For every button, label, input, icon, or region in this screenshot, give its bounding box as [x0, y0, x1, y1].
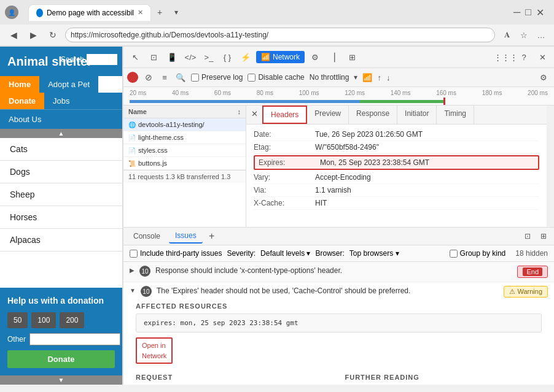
devtools-console-btn[interactable]: >_: [201, 49, 217, 65]
open-in-network-btn[interactable]: Open inNetwork: [136, 337, 173, 364]
header-name-expires: Expires:: [259, 158, 320, 167]
animal-sheep[interactable]: Sheep: [0, 183, 122, 206]
devtools-more-tabs-btn[interactable]: ⚙: [307, 49, 323, 65]
timeline-label-140: 140 ms: [391, 90, 411, 96]
record-btn[interactable]: [127, 72, 138, 83]
donation-submit-btn[interactable]: Donate: [7, 350, 115, 368]
tab-timing[interactable]: Timing: [437, 106, 474, 124]
devtools-close-btn[interactable]: ✕: [534, 49, 550, 65]
tab-initiator[interactable]: Initiator: [397, 106, 437, 124]
devtools-more-btn[interactable]: ⋮⋮⋮: [497, 49, 513, 65]
dock-bottom-btn[interactable]: ⊡: [521, 229, 534, 243]
timeline-label-80: 80 ms: [257, 90, 273, 96]
tab-close-btn[interactable]: ✕: [138, 9, 143, 17]
nav-jobs[interactable]: Jobs: [44, 93, 78, 109]
network-timeline: 20 ms 40 ms 60 ms 80 ms 100 ms 120 ms 14…: [123, 87, 554, 106]
upload-icon[interactable]: ↑: [377, 73, 381, 82]
donation-btn-200[interactable]: 200: [60, 312, 84, 328]
devtools-network-btn[interactable]: 📶 Network: [256, 51, 305, 63]
devtools-expand-btn[interactable]: ⊞: [344, 49, 360, 65]
filter-btn[interactable]: ≡: [159, 72, 170, 83]
issue-expand-0[interactable]: ▶: [130, 267, 135, 274]
tab-console[interactable]: Console: [127, 229, 166, 243]
devtools-help-btn[interactable]: ?: [516, 49, 532, 65]
donation-other-row: Other: [7, 333, 115, 345]
timeline-bar-blue: [130, 100, 360, 103]
network-settings-btn[interactable]: ⚙: [537, 71, 550, 84]
forward-btn[interactable]: ▶: [26, 28, 41, 42]
third-party-checkbox[interactable]: [130, 250, 138, 258]
tab-dropdown-btn[interactable]: ▾: [168, 4, 184, 20]
devtools-elements-btn[interactable]: </>: [182, 49, 198, 65]
tab-response[interactable]: Response: [349, 106, 397, 124]
devtools-pointer-btn[interactable]: ↖: [127, 49, 143, 65]
devtools-bottom-panel: Console Issues + ⊡ ⊞ Include third-party…: [123, 227, 554, 385]
detail-scrollbar[interactable]: [547, 106, 554, 227]
expand-bottom-btn[interactable]: ⊞: [537, 229, 550, 243]
devtools-device-btn[interactable]: 📱: [164, 49, 180, 65]
detail-close-btn[interactable]: ✕: [246, 106, 262, 121]
online-icon[interactable]: 📶: [362, 73, 372, 82]
issues-list: ▶ 10 Response should include 'x-content-…: [123, 262, 554, 385]
search-network-btn[interactable]: 🔍: [175, 72, 186, 83]
animal-horses[interactable]: Horses: [0, 206, 122, 229]
devtools-performance-btn[interactable]: ⚡: [238, 49, 254, 65]
animal-cats[interactable]: Cats: [0, 138, 122, 161]
throttle-dropdown-icon[interactable]: ▾: [354, 73, 357, 82]
donation-btn-50[interactable]: 50: [7, 312, 28, 328]
more-tools-btn[interactable]: …: [534, 28, 548, 42]
severity-select[interactable]: Default levels ▾: [260, 249, 310, 258]
group-by-kind-checkbox[interactable]: [450, 250, 458, 258]
donation-btn-100[interactable]: 100: [31, 312, 56, 328]
header-row-via: Via: 1.1 varnish: [254, 184, 539, 197]
minimize-btn[interactable]: ─: [513, 7, 520, 18]
request-icon-0: 🌐: [128, 121, 136, 128]
nav-donate[interactable]: Donate: [0, 93, 44, 109]
request-item-0[interactable]: 🌐 devtools-a11y-testing/: [123, 118, 246, 131]
nav-adopt[interactable]: Adopt a Pet: [39, 76, 98, 93]
scroll-up-btn[interactable]: ▲: [0, 129, 122, 138]
affected-code: expires: mon, 25 sep 2023 23:38:54 gmt: [136, 313, 542, 332]
issue-expand-1[interactable]: ▼: [130, 287, 136, 294]
maximize-btn[interactable]: □: [525, 7, 531, 18]
donation-other-input[interactable]: [29, 333, 120, 345]
tab-issues[interactable]: Issues: [169, 229, 203, 244]
request-list-header: Name ↕: [123, 106, 246, 118]
read-aloud-icon[interactable]: 𝐀: [500, 28, 513, 42]
search-input[interactable]: [87, 54, 117, 65]
animal-alpacas[interactable]: Alpacas: [0, 229, 122, 252]
download-icon[interactable]: ↓: [386, 73, 391, 82]
request-item-2[interactable]: 📄 styles.css: [123, 144, 246, 157]
add-tab-btn[interactable]: +: [205, 229, 219, 243]
sort-icon[interactable]: ↕: [238, 108, 241, 115]
browser-select[interactable]: Top browsers ▾: [349, 249, 399, 258]
throttle-select[interactable]: No throttling: [310, 73, 349, 82]
header-row-xcache: X-Cache: HIT: [254, 197, 539, 210]
back-btn[interactable]: ◀: [6, 28, 21, 42]
devtools-dock-btn[interactable]: ⎟: [326, 49, 341, 65]
request-icon-1: 📄: [128, 134, 136, 141]
devtools-sources-btn[interactable]: { }: [219, 49, 235, 65]
nav-about-us[interactable]: About Us: [0, 109, 122, 129]
url-input[interactable]: [65, 28, 495, 42]
new-tab-btn[interactable]: +: [151, 4, 168, 21]
request-item-3[interactable]: 📜 buttons.js: [123, 157, 246, 170]
nav-home[interactable]: Home: [0, 76, 39, 93]
disable-cache-checkbox[interactable]: [248, 74, 256, 82]
refresh-btn[interactable]: ↻: [45, 28, 60, 42]
user-avatar: 👤: [5, 6, 18, 19]
request-item-1[interactable]: 📄 light-theme.css: [123, 131, 246, 144]
active-tab[interactable]: Demo page with accessibility iss... ✕: [28, 4, 151, 21]
main-layout: Animal shelter Search Home Adopt a Pet D…: [0, 47, 554, 385]
clear-btn[interactable]: ⊘: [143, 72, 154, 83]
donation-section: Help us with a donation 50 100 200 Other…: [0, 288, 122, 375]
animal-dogs[interactable]: Dogs: [0, 161, 122, 183]
preserve-log-checkbox[interactable]: [191, 74, 199, 82]
favorites-icon[interactable]: ☆: [517, 28, 531, 42]
tab-preview[interactable]: Preview: [307, 106, 349, 124]
devtools-inspect-btn[interactable]: ⊡: [146, 49, 162, 65]
scroll-down-btn[interactable]: ▼: [0, 375, 122, 385]
site-nav-row2: Donate Jobs: [0, 93, 122, 109]
tab-headers[interactable]: Headers: [262, 106, 307, 124]
close-window-btn[interactable]: ✕: [536, 7, 544, 18]
